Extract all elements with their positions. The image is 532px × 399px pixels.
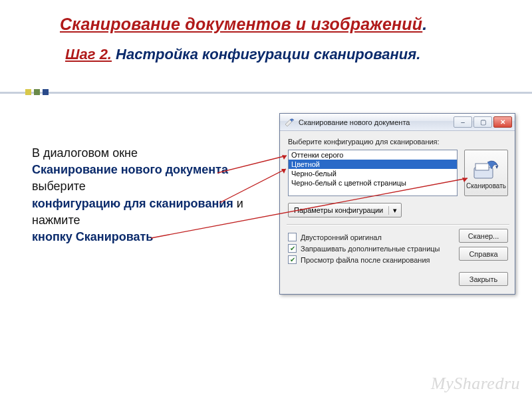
title-main: Сканирование документов и изображений [60,15,422,33]
dialog-titlebar[interactable]: Сканирование нового документа – ▢ ✕ [280,114,515,131]
list-option-greyscale[interactable]: Оттенки серого [289,150,457,160]
checkbox-more-pages[interactable]: ✔ [288,244,297,253]
checkbox-more-pages-label: Запрашивать дополнительные страницы [301,245,440,253]
txt-6: кнопку Сканировать [32,230,153,243]
checkbox-preview-row[interactable]: ✔ Просмотр файла после сканирования [288,255,452,264]
title-rest: Настройка конфигурации сканирования. [112,46,420,63]
help-button[interactable]: Справка [459,247,508,261]
separator [287,224,509,225]
checkbox-preview[interactable]: ✔ [288,255,297,264]
scan-icon [473,157,499,181]
step-label: Шаг 2. [65,46,112,63]
title-line-1: Сканирование документов и изображений. [60,15,505,34]
square-yellow [25,89,31,95]
checkbox-duplex[interactable] [288,233,297,241]
scanner-button[interactable]: Сканер... [459,229,508,243]
list-option-bw-color-page[interactable]: Черно-белый с цветной страницы [289,178,457,188]
square-blue [43,89,49,95]
close-window-button[interactable]: ✕ [493,116,512,128]
dialog-body: Выберите конфигурацию для сканирования: … [280,131,515,294]
txt-1: В диалоговом окне [32,146,138,160]
decorative-squares [25,89,49,95]
txt-4: конфигурацию для сканирования [32,197,233,210]
txt-4b: и [233,197,243,210]
dialog-title: Сканирование нового документа [299,118,454,126]
list-option-color[interactable]: Цветной [289,160,457,169]
scan-button-label: Сканировать [466,182,506,190]
slide-title-block: Сканирование документов и изображений. Ш… [0,0,532,63]
checkbox-group: Двусторонний оригинал ✔ Запрашивать допо… [288,230,452,267]
title-dot: . [422,15,427,33]
maximize-button[interactable]: ▢ [473,116,492,128]
app-icon [284,117,295,128]
title-line-2: Шаг 2. Настройка конфигурации сканирован… [60,46,505,63]
watermark: MySharedru [431,374,520,394]
instruction-text: В диалоговом окне Сканирование нового до… [32,145,271,245]
minimize-button[interactable]: – [454,116,472,128]
chevron-down-icon[interactable]: ▾ [388,206,401,215]
config-listbox[interactable]: Оттенки серого Цветной Черно-белый Черно… [288,150,458,196]
scan-dialog: Сканирование нового документа – ▢ ✕ Выбе… [279,113,515,295]
txt-3: выберите [32,180,86,193]
checkbox-duplex-row[interactable]: Двусторонний оригинал [288,233,452,241]
svg-rect-1 [475,164,489,170]
checkbox-duplex-label: Двусторонний оригинал [301,233,382,241]
horizontal-rule [0,92,532,94]
list-option-bw[interactable]: Черно-белый [289,169,457,178]
square-green [34,89,40,95]
txt-2: Сканирование нового документа [32,163,228,176]
config-prompt: Выберите конфигурацию для сканирования: [288,138,508,146]
checkbox-more-pages-row[interactable]: ✔ Запрашивать дополнительные страницы [288,244,452,253]
txt-5: нажмите [32,213,80,227]
scan-button[interactable]: Сканировать [464,150,508,196]
config-params-label: Параметры конфигурации [289,206,388,214]
right-button-column: Сканер... Справка [459,229,508,267]
window-buttons: – ▢ ✕ [454,116,512,128]
config-params-button[interactable]: Параметры конфигурации ▾ [288,203,402,217]
close-button[interactable]: Закрыть [459,272,508,286]
checkbox-preview-label: Просмотр файла после сканирования [301,256,430,264]
